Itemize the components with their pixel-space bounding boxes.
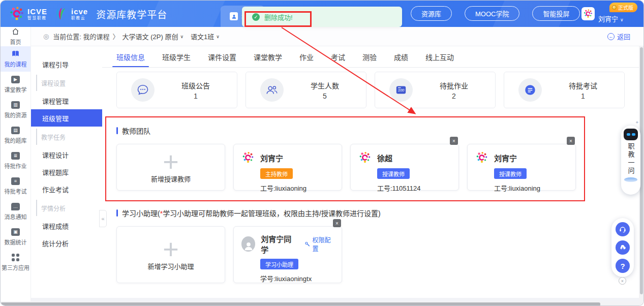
- assistant-name: 刘宵宁同学: [261, 233, 295, 255]
- sparkle-icon: [635, 120, 639, 125]
- homework-100-icon: 100: [389, 78, 413, 102]
- sidebar-collapse-handle[interactable]: [99, 210, 107, 227]
- assistant-section-title: 学习小助理(*学习小助理可帮助教师一起管理班级，权限由主持/授课教师进行设置): [116, 208, 640, 218]
- user-menu[interactable]: 正式版 刘宵宁: [581, 1, 637, 27]
- teacher-avatar: [241, 151, 255, 164]
- tab-quiz[interactable]: 测验: [362, 46, 377, 67]
- apps-grid-icon: [12, 254, 19, 261]
- sidebar-item-homework-exam[interactable]: 作业考试: [31, 180, 102, 198]
- stat-card-pending-homework: 100 待批作业2: [375, 72, 496, 108]
- rail-item-pending-exams[interactable]: ≡ 待批考试: [1, 173, 30, 199]
- remove-teacher-button[interactable]: [567, 137, 575, 145]
- remove-teacher-button[interactable]: [450, 137, 458, 145]
- add-assistant-label: 新增学习小助理: [147, 261, 194, 271]
- assistant-avatar: [241, 236, 255, 252]
- sidebar-item-course-question-bank[interactable]: 课程题库: [31, 163, 102, 180]
- platform-title: 资源库教学平台: [96, 7, 167, 21]
- class-tabs: 班级信息 班级学生 课件设置 课堂教学 作业 考试 测验 成绩 线上互动: [102, 46, 640, 68]
- rail-item-third-party-apps[interactable]: 第三方应用: [1, 250, 30, 275]
- robot-icon: [624, 129, 638, 140]
- permission-config-link[interactable]: 权限配置: [304, 235, 334, 253]
- sidebar-item-course-management[interactable]: 课程管理: [31, 92, 102, 109]
- location-icon: ◎: [43, 33, 49, 40]
- key-icon: [304, 241, 311, 248]
- teacher-team-section-title: 教师团队: [116, 126, 640, 136]
- zhijiao-qa-widget[interactable]: 职教一问: [621, 126, 640, 195]
- class-dropdown[interactable]: 语文1班: [191, 32, 220, 41]
- breadcrumb: ◎ 当前位置: 我的课程 〉 大学语文 (2P) 原创 语文1班 返回: [31, 27, 644, 46]
- tab-homework[interactable]: 作业: [299, 46, 314, 67]
- rail-item-my-question-bank[interactable]: ▤ 我的题库: [1, 123, 30, 148]
- svg-text:100: 100: [398, 88, 405, 93]
- tab-courseware-settings[interactable]: 课件设置: [208, 46, 236, 67]
- main-content: 班级信息 班级学生 课件设置 课堂教学 作业 考试 测验 成绩 线上互动 班级公…: [102, 46, 640, 298]
- download-button[interactable]: [616, 240, 630, 255]
- sidebar-item-course-design[interactable]: 课程设计: [31, 146, 102, 163]
- sidebar-section-course-settings: 课程设置: [36, 75, 102, 91]
- icve-smart-edu-logo: ICVE智慧职教: [9, 6, 47, 22]
- tab-class-students[interactable]: 班级学生: [162, 46, 191, 67]
- assistant-badge: 学习小助理: [260, 259, 298, 269]
- stat-label: 学生人数: [311, 80, 339, 90]
- sidebar-item-statistical-analysis[interactable]: 统计分析: [31, 234, 102, 252]
- teacher-name: 徐超: [377, 152, 392, 163]
- stat-label: 班级公告: [181, 80, 210, 90]
- stat-card-student-count: 学生人数5: [246, 72, 366, 108]
- teacher-id: 工号:liuxiaoning: [494, 183, 575, 193]
- rail-item-my-courses[interactable]: 我的课程: [1, 46, 30, 72]
- floating-toolbar: [611, 218, 634, 277]
- tab-grades[interactable]: 成绩: [394, 46, 408, 67]
- add-assistant-card[interactable]: 新增学习小助理: [116, 226, 225, 283]
- stats-row: 班级公告1 学生人数5 100 待批作业2 待批考试1: [116, 72, 640, 108]
- students-icon: [260, 78, 284, 102]
- sidebar-item-course-grades[interactable]: 课程成绩: [31, 217, 102, 234]
- tab-classroom-teaching[interactable]: 课堂教学: [254, 46, 282, 67]
- left-rail: 首页 我的课程 ▶ 课堂教学 ▥ 我的资源 ▤ 我的题库 ≣ 待批作业 ≡ 待批…: [1, 27, 31, 301]
- play-icon: ▶: [11, 76, 20, 83]
- help-button[interactable]: [616, 259, 630, 273]
- medal-icon: [612, 5, 617, 10]
- homework-doc-icon: ≣: [11, 152, 20, 160]
- stat-value: 5: [323, 92, 327, 100]
- role-badge-host: 主持教师: [260, 168, 293, 179]
- plus-icon: [163, 151, 179, 173]
- rail-item-home[interactable]: 首页: [1, 27, 30, 46]
- rail-item-data-statistics[interactable]: ▣ 数据统计: [1, 224, 30, 250]
- sidebar-item-course-guide[interactable]: 课程引导: [31, 55, 102, 73]
- stat-card-pending-exams: 待批考试1: [504, 72, 625, 108]
- success-check-icon: [252, 13, 260, 21]
- resource-library-button[interactable]: 资源库: [411, 6, 452, 21]
- horizontal-scrollbar-thumb[interactable]: [1, 302, 600, 306]
- rail-item-classroom-teaching[interactable]: ▶ 课堂教学: [1, 72, 30, 97]
- back-button[interactable]: 返回: [607, 32, 630, 41]
- version-badge: 正式版: [609, 3, 637, 12]
- sidebar-item-class-management[interactable]: 班级管理: [31, 109, 102, 127]
- question-bank-icon: ▤: [11, 127, 20, 134]
- stat-value: 1: [194, 92, 198, 100]
- message-icon: …: [11, 203, 20, 210]
- tab-class-info[interactable]: 班级信息: [116, 46, 145, 67]
- add-teacher-card[interactable]: 新增授课教师: [116, 144, 225, 191]
- tab-exam[interactable]: 考试: [331, 46, 345, 67]
- assistant-id: 学号:liuxiaoningtx: [260, 273, 342, 283]
- toolbar-close-button[interactable]: [619, 277, 626, 285]
- teacher-space-icon: [230, 12, 238, 20]
- plus-icon: [163, 238, 179, 260]
- logo-text: icve: [71, 8, 88, 15]
- announcement-icon: [131, 78, 155, 102]
- course-dropdown[interactable]: 大学语文 (2P) 原创: [122, 32, 183, 41]
- username[interactable]: 刘宵宁: [598, 14, 624, 23]
- remove-assistant-button[interactable]: [333, 219, 341, 227]
- customer-service-button[interactable]: [616, 222, 630, 236]
- teacher-avatar: [358, 151, 372, 164]
- breadcrumb-prefix: 当前位置: 我的课程: [53, 32, 109, 41]
- exam-list-icon: [518, 78, 542, 102]
- rail-item-pending-homework[interactable]: ≣ 待批作业: [1, 148, 30, 173]
- teacher-card: 徐超 授课教师 工号:11051124: [350, 144, 459, 191]
- rail-item-my-resources[interactable]: ▥ 我的资源: [1, 97, 30, 123]
- rail-item-notifications[interactable]: … 消息通知: [1, 199, 30, 224]
- smart-casting-button[interactable]: 智能投屏: [532, 6, 580, 21]
- mooc-academy-button[interactable]: MOOC学院: [465, 6, 519, 21]
- horizontal-scrollbar-track: [1, 301, 644, 306]
- tab-online-interaction[interactable]: 线上互动: [425, 46, 454, 67]
